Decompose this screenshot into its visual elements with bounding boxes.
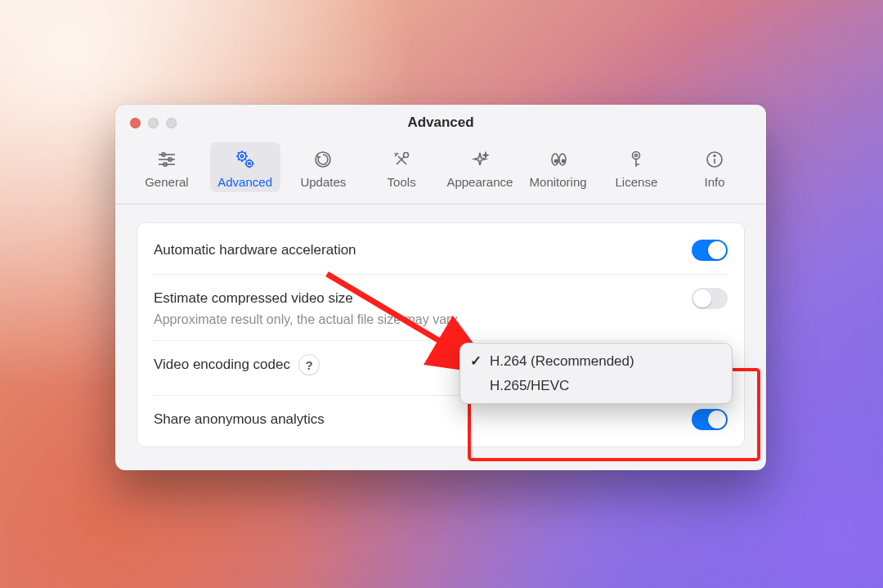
codec-option-h264[interactable]: ✓ H.264 (Recommended) [465, 348, 727, 374]
tools-icon [390, 147, 413, 172]
svg-point-16 [246, 160, 253, 167]
tab-label: Appearance [446, 175, 513, 189]
tab-label: Updates [300, 175, 346, 189]
tab-label: Monitoring [530, 175, 587, 189]
sliders-icon [155, 147, 178, 172]
svg-line-14 [238, 159, 239, 160]
eyes-icon [547, 147, 570, 172]
close-button[interactable] [130, 118, 141, 128]
setting-label: Estimate compressed video size [154, 290, 353, 307]
codec-label-text: Video encoding codec [154, 357, 290, 373]
tab-monitoring[interactable]: Monitoring [523, 142, 594, 192]
refresh-icon [312, 147, 334, 172]
tab-label: Advanced [217, 175, 272, 189]
sparkles-icon [468, 147, 491, 172]
tab-license[interactable]: License [602, 142, 672, 192]
setting-description: Approximate result only, the actual file… [154, 312, 728, 327]
option-label: H.265/HEVC [490, 378, 569, 394]
preferences-toolbar: General Advanced [115, 141, 766, 204]
minimize-button[interactable] [148, 118, 159, 128]
tab-appearance[interactable]: Appearance [445, 142, 515, 192]
window-titlebar: Advanced [115, 105, 766, 141]
tab-label: General [145, 175, 188, 189]
tab-tools[interactable]: Tools [366, 142, 437, 192]
svg-point-17 [248, 163, 250, 165]
svg-line-12 [238, 152, 239, 153]
svg-point-7 [240, 155, 243, 157]
hw-accel-toggle[interactable] [692, 240, 728, 261]
option-label: H.264 (Recommended) [490, 353, 634, 370]
tab-general[interactable]: General [132, 142, 202, 192]
svg-point-23 [404, 153, 409, 158]
tab-updates[interactable]: Updates [289, 142, 359, 192]
tab-label: Tools [388, 175, 416, 189]
codec-help-button[interactable]: ? [298, 354, 320, 375]
setting-row-codec: Video encoding codec ? ✓ H.264 (Recommen… [154, 340, 728, 395]
codec-option-h265[interactable]: H.265/HEVC [465, 374, 727, 398]
setting-label: Share anonymous analytics [154, 411, 325, 428]
window-title: Advanced [407, 114, 473, 131]
setting-row-hw-accel: Automatic hardware acceleration [154, 227, 728, 274]
estimate-size-toggle[interactable] [692, 288, 728, 309]
info-icon [703, 147, 726, 172]
svg-line-15 [244, 152, 245, 153]
svg-point-29 [635, 155, 638, 157]
advanced-settings-panel: Automatic hardware acceleration Estimate… [137, 222, 745, 447]
tab-label: Info [705, 175, 725, 189]
setting-label: Video encoding codec ? [154, 354, 320, 375]
svg-line-13 [244, 159, 245, 160]
key-icon [625, 147, 648, 172]
setting-label: Automatic hardware acceleration [154, 242, 356, 258]
preferences-window: Advanced General [115, 105, 766, 470]
svg-point-28 [633, 152, 640, 159]
check-icon: ✓ [468, 352, 483, 370]
tab-label: License [616, 175, 658, 189]
tab-info[interactable]: Info [679, 142, 750, 192]
tab-advanced[interactable]: Advanced [210, 142, 280, 192]
gears-icon [233, 147, 258, 172]
svg-point-25 [554, 159, 557, 162]
preferences-content: Automatic hardware acceleration Estimate… [115, 204, 766, 470]
zoom-button[interactable] [166, 118, 177, 128]
svg-point-27 [562, 159, 564, 162]
setting-row-estimate-size: Estimate compressed video size Approxima… [154, 274, 728, 340]
svg-point-34 [714, 155, 715, 157]
codec-dropdown-menu: ✓ H.264 (Recommended) H.265/HEVC [459, 343, 733, 404]
window-controls [130, 118, 177, 128]
analytics-toggle[interactable] [692, 409, 728, 430]
